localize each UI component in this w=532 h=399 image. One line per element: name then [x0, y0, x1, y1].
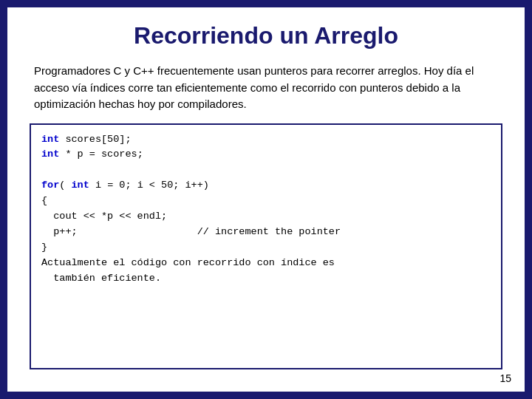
slide-title: Recorriendo un Arreglo [30, 22, 502, 50]
page-number: 15 [499, 372, 511, 384]
code-line-3 [41, 163, 491, 178]
code-line-2: int * p = scores; [41, 147, 491, 163]
code-line-7: p++; // increment the pointer [41, 225, 491, 240]
code-line-8: } [41, 240, 491, 256]
code-line-9: Actualmente el código con recorrido con … [41, 256, 491, 271]
code-line-5: { [41, 194, 491, 209]
code-line-4: for( int i = 0; i < 50; i++) [41, 178, 491, 194]
code-block: int scores[50]; int * p = scores; for( i… [30, 123, 502, 370]
code-line-10: también eficiente. [41, 271, 491, 287]
code-line-6: cout << *p << endl; [41, 209, 491, 225]
code-line-1: int scores[50]; [41, 132, 491, 148]
slide: Recorriendo un Arreglo Programadores C y… [7, 7, 525, 392]
body-text: Programadores C y C++ frecuentemente usa… [30, 63, 502, 113]
